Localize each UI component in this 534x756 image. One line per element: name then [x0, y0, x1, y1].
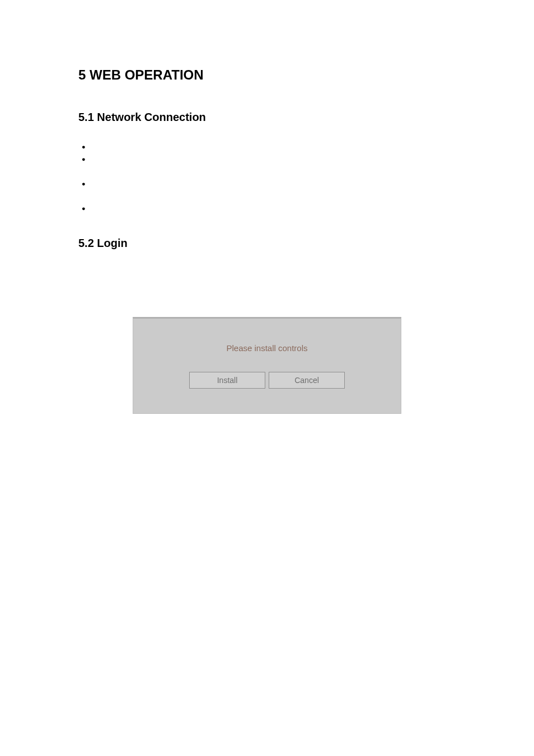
bullet-list-network [78, 141, 456, 214]
section-heading-network-connection: 5.1 Network Connection [78, 111, 456, 124]
list-item [78, 202, 456, 214]
section-heading-login: 5.2 Login [78, 237, 456, 250]
list-item [78, 178, 456, 202]
install-button[interactable]: Install [189, 372, 265, 389]
dialog-message: Please install controls [226, 343, 307, 353]
install-controls-dialog: Please install controls Install Cancel [133, 317, 401, 414]
list-item [78, 141, 456, 153]
dialog-button-row: Install Cancel [189, 372, 345, 389]
list-item [78, 153, 456, 178]
cancel-button[interactable]: Cancel [269, 372, 345, 389]
chapter-heading: 5 WEB OPERATION [78, 67, 456, 83]
